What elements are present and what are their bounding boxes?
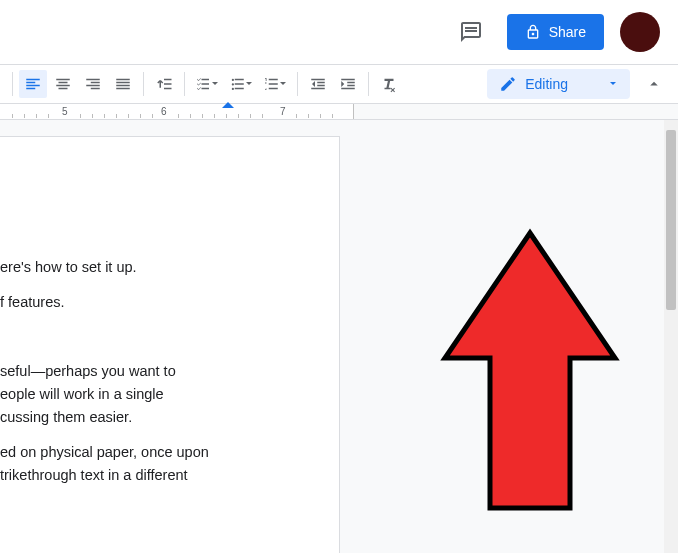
caret-down-icon [244,79,254,89]
pencil-icon [499,75,517,93]
ruler[interactable]: 5 6 7 [0,104,678,120]
lock-icon [525,24,541,40]
caret-down-icon [210,79,220,89]
share-label: Share [549,24,586,40]
document-page[interactable]: ere's how to set it up. f features. sefu… [0,136,340,553]
ruler-tick-6: 6 [161,106,167,117]
annotation-arrow-icon [440,228,620,518]
align-justify-button[interactable] [109,70,137,98]
separator [368,72,369,96]
bulleted-list-button[interactable] [225,70,257,98]
increase-indent-button[interactable] [334,70,362,98]
collapse-toolbar-button[interactable] [640,70,668,98]
ruler-inner: 5 6 7 [0,104,354,119]
separator [297,72,298,96]
document-area: ere's how to set it up. f features. sefu… [0,120,678,553]
comment-icon [459,20,483,44]
header-bar: Share [0,0,678,64]
doc-line: seful—perhaps you want to [0,361,315,382]
doc-line: ere's how to set it up. [0,257,315,278]
separator [12,72,13,96]
caret-down-icon [278,79,288,89]
editing-mode-button[interactable]: Editing [487,69,630,99]
ruler-tick-7: 7 [280,106,286,117]
open-comments-button[interactable] [451,12,491,52]
indent-marker-icon[interactable] [222,102,234,114]
doc-line: cussing them easier. [0,407,315,428]
editing-mode-label: Editing [525,76,568,92]
decrease-indent-button[interactable] [304,70,332,98]
numbered-list-button[interactable] [259,70,291,98]
ruler-tick-5: 5 [62,106,68,117]
account-avatar[interactable] [620,12,660,52]
checklist-button[interactable] [191,70,223,98]
scrollbar-thumb[interactable] [666,130,676,310]
align-right-button[interactable] [79,70,107,98]
doc-line: ed on physical paper, once upon [0,442,315,463]
caret-down-icon [608,79,618,89]
align-center-button[interactable] [49,70,77,98]
separator [184,72,185,96]
separator [143,72,144,96]
chevron-up-icon [645,75,663,93]
doc-line: trikethrough text in a different [0,465,315,486]
share-button[interactable]: Share [507,14,604,50]
align-left-button[interactable] [19,70,47,98]
doc-line: f features. [0,292,315,313]
clear-formatting-button[interactable] [375,70,403,98]
vertical-scrollbar[interactable] [664,120,678,553]
line-spacing-button[interactable] [150,70,178,98]
doc-line: eople will work in a single [0,384,315,405]
formatting-toolbar: Editing [0,64,678,104]
